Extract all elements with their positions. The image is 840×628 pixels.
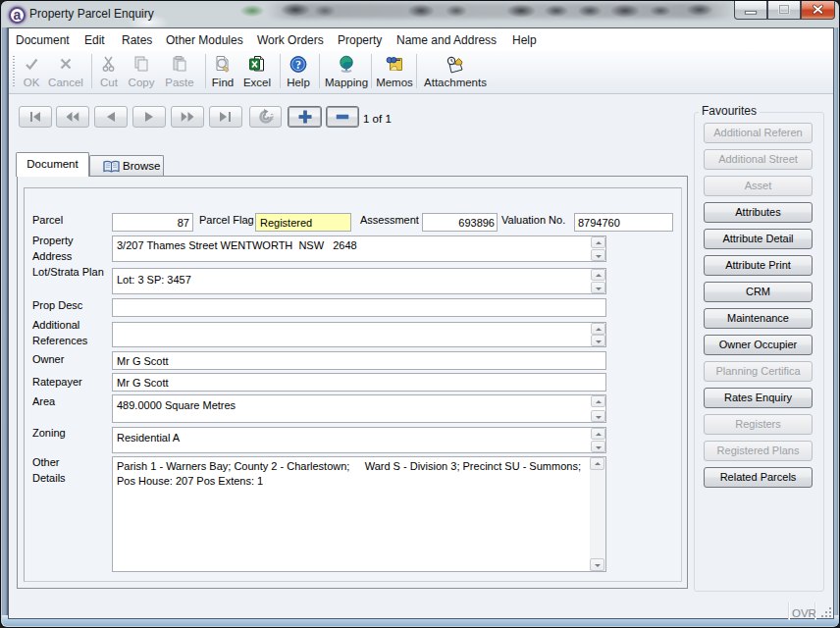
svg-text:?: ? (295, 58, 301, 72)
